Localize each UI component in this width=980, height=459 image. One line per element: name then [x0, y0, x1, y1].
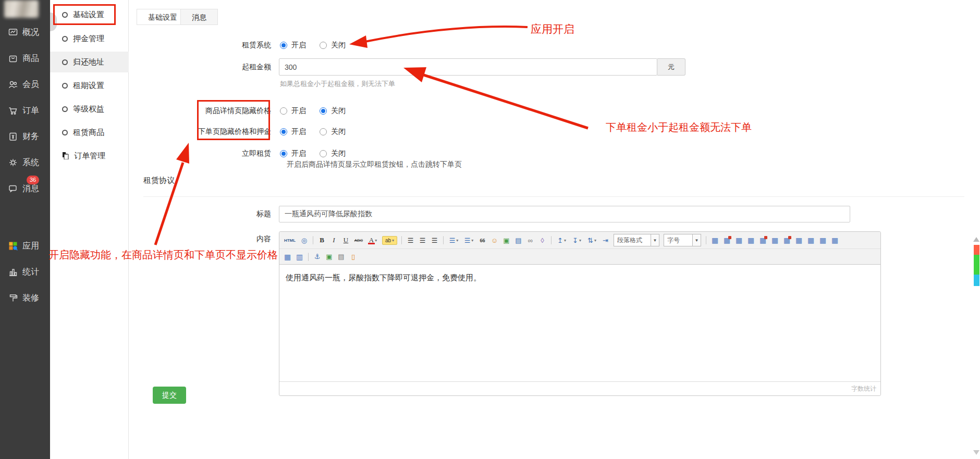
print-icon[interactable]: ▤	[336, 252, 347, 262]
radio-instant-off[interactable]	[320, 150, 327, 157]
unordered-list-icon[interactable]: ☰	[462, 235, 476, 245]
split-cell-icon[interactable]: ▦	[781, 235, 792, 245]
editor-statusbar: 字数统计	[279, 381, 880, 395]
radio-label[interactable]: 开启	[291, 106, 306, 116]
insert-col-right-icon[interactable]: ▦	[805, 235, 816, 245]
remove-format-icon[interactable]: ◊	[537, 235, 548, 245]
radio-hide-order-on[interactable]	[280, 128, 287, 135]
radio-label[interactable]: 开启	[291, 41, 306, 50]
insert-table-icon[interactable]: ▦	[709, 235, 720, 245]
submit-button[interactable]: 提交	[153, 387, 186, 404]
annotation-min-rent-note: 下单租金小于起租金额无法下单	[606, 120, 752, 134]
align-center-icon[interactable]: ☰	[417, 235, 428, 245]
word-count-label[interactable]: 字数统计	[851, 384, 876, 393]
scrollbar-mark-red[interactable]	[974, 245, 979, 255]
align-right-icon[interactable]: ☰	[429, 235, 440, 245]
submenu-item-lease-term[interactable]: 租期设置	[50, 75, 129, 96]
anchor-icon[interactable]: ⚓	[312, 252, 323, 262]
html-source-icon[interactable]: HTML	[282, 235, 298, 245]
indent-icon[interactable]: ⇥	[600, 235, 611, 245]
tab-messages[interactable]: 消息	[180, 9, 218, 25]
member-icon	[8, 79, 18, 90]
radio-hide-detail-off[interactable]	[320, 107, 327, 115]
section-divider	[143, 196, 964, 197]
sidebar-item-label: 装修	[22, 293, 39, 304]
radio-label[interactable]: 关闭	[331, 106, 346, 116]
scrollbar-mark-cyan[interactable]	[974, 275, 979, 286]
field-label: 商品详情页隐藏价格	[0, 106, 271, 116]
table-props-icon[interactable]: ▦	[733, 235, 744, 245]
radio-instant-on[interactable]	[280, 150, 287, 157]
bold-icon[interactable]: B	[316, 235, 327, 245]
radio-hide-detail-on[interactable]	[280, 107, 287, 115]
insert-row-above-icon[interactable]: ▦	[745, 235, 756, 245]
delete-table-icon[interactable]: ▦	[721, 235, 732, 245]
sidebar-item-messages[interactable]: 消息	[0, 178, 50, 199]
blockquote-icon[interactable]: 66	[477, 235, 488, 245]
min-rent-input[interactable]	[279, 58, 657, 76]
sidebar-item-decorate[interactable]: 装修	[0, 288, 50, 308]
insert-image-icon[interactable]: ▣	[501, 235, 512, 245]
submenu-item-label: 租期设置	[73, 81, 104, 91]
insert-col-left-icon[interactable]: ▦	[769, 235, 780, 245]
separator[interactable]	[401, 236, 402, 244]
insert-row-below-icon[interactable]: ▦	[817, 235, 828, 245]
insert-media-icon[interactable]: ▤	[513, 235, 524, 245]
table-alt-icon[interactable]: ▦	[282, 252, 293, 262]
rich-text-editor: HTML◎BIUABCAab☰☰☰☰☰66☺▣▤∞◊↥↧⇅⇥ 段落格式 ▼ 字号…	[279, 231, 881, 396]
scroll-up-arrow[interactable]	[973, 237, 979, 242]
editor-content-area[interactable]: 使用通风药一瓶，尿酸指数下降即可退押金，免费使用。	[279, 265, 880, 381]
radio-label[interactable]: 关闭	[331, 127, 346, 137]
link-icon[interactable]: ∞	[525, 235, 536, 245]
sidebar-item-members[interactable]: 会员	[0, 74, 50, 95]
separator[interactable]	[443, 236, 444, 244]
table-grid-icon[interactable]: ▦	[829, 235, 840, 245]
merge-cells-icon[interactable]: ▦	[757, 235, 768, 245]
sidebar-item-label: 会员	[22, 79, 39, 90]
font-size-select[interactable]: 字号 ▼	[664, 234, 701, 246]
map-image-icon[interactable]: ▣	[324, 252, 335, 262]
separator[interactable]	[313, 236, 313, 244]
separator[interactable]	[706, 236, 706, 244]
preview-icon[interactable]: ◎	[299, 235, 310, 245]
form-row-agreement-title: 标题	[0, 206, 850, 222]
form-row-rent-system: 租赁系统 开启 关闭	[0, 38, 355, 53]
paste-icon[interactable]: ▯	[348, 252, 359, 262]
highlight-icon[interactable]: ab	[382, 236, 397, 245]
separator[interactable]	[551, 236, 552, 244]
radio-label[interactable]: 开启	[291, 149, 306, 158]
submenu-item-label: 基础设置	[73, 10, 104, 20]
ordered-list-icon[interactable]: ☰	[447, 235, 461, 245]
line-height-icon[interactable]: ⇅	[585, 235, 599, 245]
radio-rent-system-off[interactable]	[320, 42, 327, 49]
agreement-title-input[interactable]	[279, 206, 850, 222]
spacing-bottom-icon[interactable]: ↧	[570, 235, 584, 245]
sidebar-item-label: 消息	[22, 183, 39, 194]
italic-icon[interactable]: I	[328, 235, 339, 245]
overview-icon	[8, 27, 18, 38]
paragraph-format-select[interactable]: 段落格式 ▼	[614, 234, 659, 246]
scrollbar-mark-green[interactable]	[974, 255, 979, 275]
sidebar-item-statistics[interactable]: 统计	[0, 262, 50, 282]
submenu-item-basic-settings[interactable]: 基础设置	[50, 4, 129, 25]
align-left-icon[interactable]: ☰	[405, 235, 416, 245]
strikethrough-icon[interactable]: ABC	[352, 235, 365, 245]
message-icon	[8, 183, 18, 194]
form-row-min-rent: 起租金额 元	[0, 58, 685, 76]
decorate-icon	[8, 293, 18, 303]
scroll-down-arrow[interactable]	[973, 450, 979, 455]
radio-rent-system-on[interactable]	[280, 42, 287, 49]
font-color-icon[interactable]: A	[366, 235, 380, 245]
radio-label[interactable]: 关闭	[331, 149, 346, 158]
cell-props-icon[interactable]: ▦	[793, 235, 804, 245]
radio-hide-order-off[interactable]	[320, 128, 327, 135]
spacing-top-icon[interactable]: ↥	[555, 235, 569, 245]
stats-icon	[8, 267, 18, 277]
table-col-icon[interactable]: ▥	[294, 252, 305, 262]
radio-label[interactable]: 关闭	[331, 41, 346, 50]
separator[interactable]	[308, 253, 309, 261]
chevron-down-icon: ▼	[651, 234, 659, 246]
radio-label[interactable]: 开启	[291, 127, 306, 137]
emoticon-icon[interactable]: ☺	[489, 235, 500, 245]
underline-icon[interactable]: U	[340, 235, 351, 245]
